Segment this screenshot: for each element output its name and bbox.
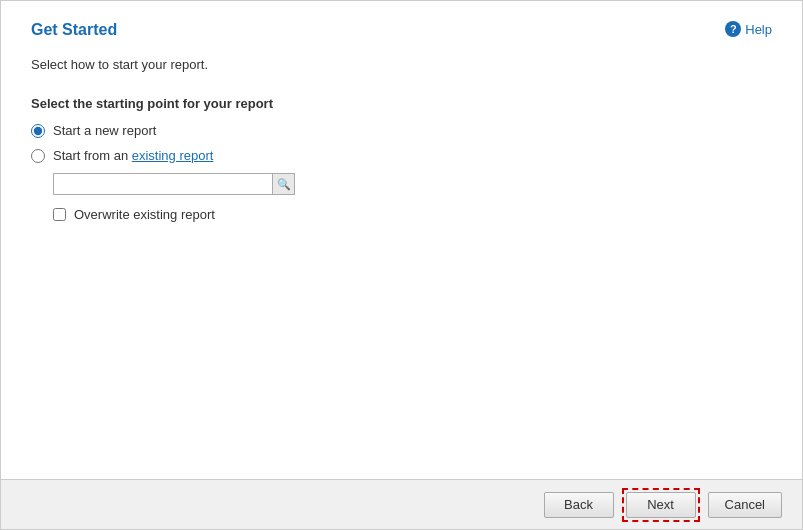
radio-existing-report-label: Start from an existing report: [53, 148, 213, 163]
subtitle: Select how to start your report.: [31, 57, 772, 72]
report-path-input[interactable]: [53, 173, 273, 195]
help-label: Help: [745, 22, 772, 37]
help-icon: ?: [725, 21, 741, 37]
section-label: Select the starting point for your repor…: [31, 96, 772, 111]
help-link[interactable]: ? Help: [725, 21, 772, 37]
next-button[interactable]: Next: [626, 492, 696, 518]
footer: Back Next Cancel: [1, 479, 802, 529]
checkbox-row: Overwrite existing report: [53, 207, 772, 222]
radio-existing-report-input[interactable]: [31, 149, 45, 163]
radio-new-report-input[interactable]: [31, 124, 45, 138]
existing-report-link[interactable]: existing report: [132, 148, 214, 163]
text-field-row: 🔍: [53, 173, 772, 195]
header: Get Started ? Help: [31, 21, 772, 39]
content-area: Get Started ? Help Select how to start y…: [1, 1, 802, 479]
radio-existing-report[interactable]: Start from an existing report: [31, 148, 772, 163]
radio-group: Start a new report Start from an existin…: [31, 123, 772, 163]
overwrite-checkbox[interactable]: [53, 208, 66, 221]
back-button[interactable]: Back: [544, 492, 614, 518]
radio-new-report[interactable]: Start a new report: [31, 123, 772, 138]
browse-icon: 🔍: [277, 178, 291, 191]
main-container: Get Started ? Help Select how to start y…: [0, 0, 803, 530]
overwrite-label: Overwrite existing report: [74, 207, 215, 222]
radio-new-report-label: Start a new report: [53, 123, 156, 138]
cancel-button[interactable]: Cancel: [708, 492, 782, 518]
next-button-wrapper: Next: [622, 488, 700, 522]
browse-button[interactable]: 🔍: [273, 173, 295, 195]
page-title: Get Started: [31, 21, 117, 39]
